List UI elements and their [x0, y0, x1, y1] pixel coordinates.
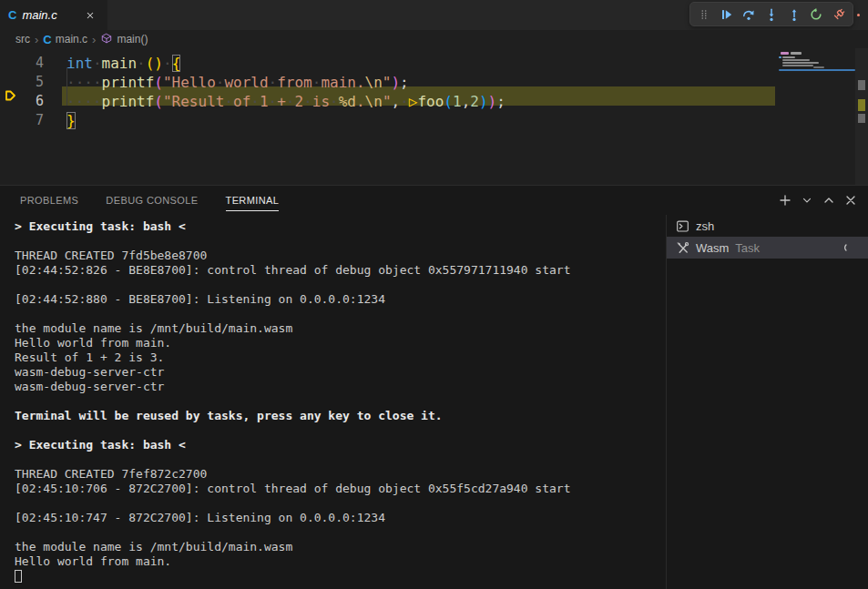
panel-tab-terminal[interactable]: TERMINAL — [226, 189, 280, 211]
terminal-line — [15, 394, 666, 409]
terminal-list-item-zsh[interactable]: zsh — [667, 215, 868, 237]
maximize-panel-button[interactable] — [819, 190, 839, 210]
terminal-line: Result of 1 + 2 is 3. — [15, 350, 666, 365]
gripper-icon — [698, 7, 710, 22]
minimap-viewport-line — [779, 69, 855, 71]
continue-button[interactable] — [716, 3, 739, 25]
panel-tab-debug-console[interactable]: DEBUG CONSOLE — [106, 189, 198, 211]
code-text: int·main·()·{ — [66, 54, 180, 73]
terminal-tab-list: zshWasmTask — [666, 215, 868, 589]
terminal-line: the module name is /mnt/build/main.wasm — [15, 321, 666, 336]
terminal-output[interactable]: > Executing task: bash <THREAD CREATED 7… — [0, 215, 666, 589]
debug-restart-icon — [809, 7, 823, 22]
terminal-list-item-wasm[interactable]: WasmTask — [667, 237, 868, 259]
breadcrumb-item-src[interactable]: src — [14, 33, 32, 46]
breadcrumb-item-main--[interactable]: main() — [98, 33, 149, 46]
terminal-line — [15, 569, 666, 584]
new-terminal-button[interactable] — [775, 190, 795, 210]
c-file-icon: C — [8, 8, 16, 22]
minimap-line — [779, 56, 781, 58]
editor-scrollbar[interactable] — [855, 48, 868, 185]
code-text: } — [66, 111, 76, 130]
bottom-panel: PROBLEMSDEBUG CONSOLETERMINAL > Executin… — [0, 185, 868, 589]
line-number: 7 — [0, 111, 44, 130]
terminal-line — [15, 307, 666, 321]
breadcrumb-separator: › — [89, 33, 98, 46]
breadcrumb-label: main.c — [56, 33, 87, 46]
terminal-line: [02:45:10:706 - 872C2700]: control threa… — [15, 482, 666, 496]
terminal-line: > Executing task: bash < — [15, 438, 666, 452]
code-text: ····printf("Hello·world·from·main.\n"); — [66, 73, 409, 92]
terminal-icon — [676, 219, 689, 233]
debug-step-out-icon — [787, 7, 802, 22]
close-panel-button[interactable] — [841, 190, 861, 210]
overview-ruler-mark — [858, 80, 865, 90]
panel-tab-problems[interactable]: PROBLEMS — [20, 189, 78, 211]
debug-step-over-icon — [741, 7, 756, 22]
tab-main-c[interactable]: C main.c — [0, 0, 107, 30]
code-text: ····printf("Result·of·1·+·2·is·%d.\n",·▷… — [66, 92, 505, 111]
breadcrumb-label: src — [15, 33, 30, 46]
minimap-line — [782, 65, 813, 66]
terminal-line: Hello world from main. — [15, 554, 666, 569]
code-editor[interactable]: 4int·main·()·{5····printf("Hello·world·f… — [0, 48, 868, 185]
breadcrumb-item-main-c[interactable]: Cmain.c — [41, 33, 89, 46]
terminal-line: Terminal will be reused by tasks, press … — [15, 409, 666, 423]
terminal-line: [02:44:52:880 - BE8E8700]: Listening on … — [15, 292, 666, 307]
terminal-line: wasm-debug-server-ctr — [15, 365, 666, 380]
terminal-cursor — [15, 570, 22, 583]
minimap-line — [791, 52, 802, 55]
terminal-line: wasm-debug-server-ctr — [15, 380, 666, 394]
panel-header: PROBLEMSDEBUG CONSOLETERMINAL — [0, 186, 868, 215]
terminal-line — [15, 278, 666, 292]
minimap-line — [782, 59, 810, 61]
breadcrumb-label: main() — [117, 33, 148, 46]
line-number: 4 — [0, 54, 44, 73]
step-over-button[interactable] — [738, 3, 761, 25]
drag-handle[interactable] — [693, 3, 716, 25]
restart-button[interactable] — [805, 3, 828, 25]
terminal-line — [15, 423, 666, 438]
disconnect-button[interactable] — [827, 3, 850, 25]
terminal-line: THREAD CREATED 7fd5be8e8700 — [15, 249, 666, 263]
minimap-line — [782, 56, 795, 58]
terminal-line: THREAD CREATED 7fef872c2700 — [15, 467, 666, 482]
close-icon — [843, 193, 858, 208]
minimap-line — [781, 52, 789, 55]
terminal-line — [15, 525, 666, 540]
breadcrumb-separator: › — [32, 33, 41, 46]
terminal-profile-dropdown[interactable] — [797, 190, 817, 210]
tools-icon — [676, 241, 689, 255]
step-out-button[interactable] — [782, 3, 805, 25]
task-spinner-icon — [842, 241, 855, 254]
overview-ruler-mark — [858, 114, 865, 123]
symbol-cube-icon — [100, 33, 113, 46]
terminal-line — [15, 496, 666, 511]
tab-label: main.c — [22, 8, 56, 22]
c-file-icon: C — [43, 33, 51, 46]
debug-step-into-icon — [764, 7, 779, 22]
minimap-line — [813, 66, 824, 68]
terminal-list-detail: Task — [735, 241, 760, 255]
overview-ruler-mark — [858, 99, 865, 111]
notification-dot — [857, 14, 860, 16]
chevron-up-icon — [822, 193, 836, 208]
terminal-line: > Executing task: bash < — [15, 219, 666, 234]
breadcrumb: src›Cmain.c›main() — [0, 30, 868, 48]
terminal-line — [15, 234, 666, 249]
minimap[interactable] — [779, 48, 855, 185]
line-number: 6 — [0, 92, 44, 111]
minimap-line — [782, 62, 819, 64]
instruction-pointer-icon: ▷ — [409, 93, 418, 110]
plus-icon — [778, 193, 792, 208]
chevron-down-icon — [801, 194, 813, 207]
close-tab-icon[interactable] — [81, 6, 99, 25]
debug-continue-icon — [720, 7, 734, 22]
line-number: 5 — [0, 73, 44, 92]
step-into-button[interactable] — [761, 3, 783, 25]
debug-disconnect-icon — [832, 7, 846, 22]
terminal-line: [02:45:10:747 - 872C2700]: Listening on … — [15, 511, 666, 525]
terminal-list-label: zsh — [696, 219, 714, 233]
debug-toolbar — [689, 2, 853, 26]
terminal-list-label: Wasm — [696, 241, 729, 255]
